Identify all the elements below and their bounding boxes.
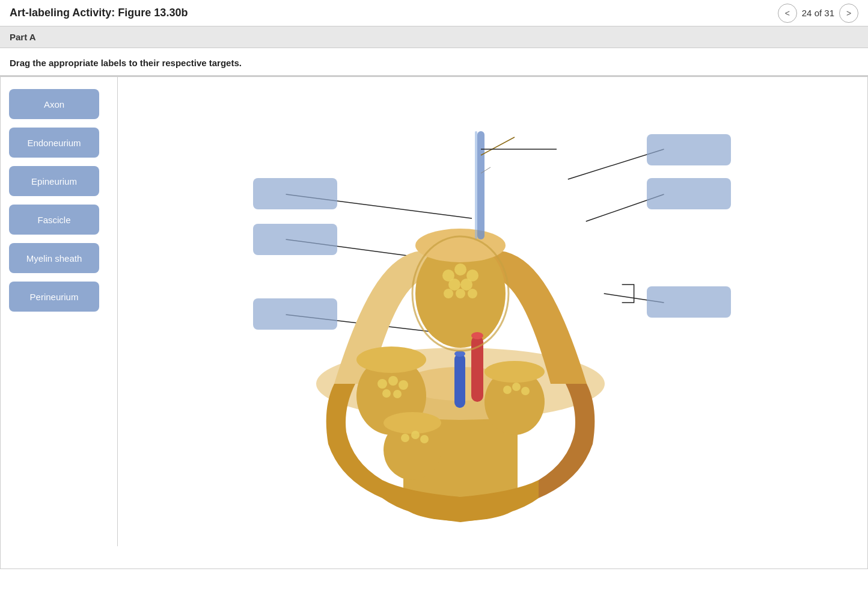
label-perineurium[interactable]: Perineurium (9, 282, 99, 312)
svg-rect-42 (475, 131, 477, 239)
drop-target-4[interactable] (253, 224, 337, 255)
svg-point-38 (471, 332, 483, 339)
svg-point-40 (454, 351, 465, 357)
svg-rect-41 (477, 131, 484, 239)
labels-sidebar: Axon Endoneurium Epineurium Fascicle Mye… (1, 77, 118, 546)
svg-point-21 (356, 347, 426, 373)
svg-point-35 (512, 383, 521, 391)
svg-point-31 (420, 435, 429, 443)
svg-point-13 (454, 263, 466, 276)
chevron-left-icon: < (785, 8, 790, 18)
svg-point-22 (377, 379, 387, 389)
label-axon[interactable]: Axon (9, 89, 99, 119)
drop-target-3[interactable] (253, 178, 337, 209)
svg-point-19 (468, 289, 477, 298)
svg-point-34 (503, 386, 512, 394)
svg-point-26 (393, 390, 402, 398)
drop-target-6[interactable] (647, 286, 731, 318)
next-button[interactable]: > (839, 4, 858, 23)
drop-target-1[interactable] (647, 134, 731, 165)
navigation: < 24 of 31 > (778, 4, 858, 23)
svg-point-30 (411, 431, 420, 439)
activity-area: R Axon Endoneurium Epineurium Fascicle M… (0, 76, 868, 569)
instructions-text: Drag the appropriate labels to their res… (10, 58, 242, 68)
drop-target-5[interactable] (253, 298, 337, 330)
label-epineurium[interactable]: Epineurium (9, 166, 99, 196)
header: Art-labeling Activity: Figure 13.30b < 2… (0, 0, 868, 26)
svg-point-23 (388, 376, 398, 386)
chevron-right-icon: > (846, 8, 851, 18)
svg-point-24 (399, 380, 408, 390)
svg-point-15 (448, 279, 460, 291)
part-a-label: Part A (10, 32, 36, 42)
page-title: Art-labeling Activity: Figure 13.30b (10, 7, 188, 19)
part-a-bar: Part A (0, 26, 868, 48)
svg-point-17 (444, 289, 453, 298)
instructions: Drag the appropriate labels to their res… (0, 48, 868, 76)
svg-line-43 (481, 137, 515, 155)
label-endoneurium[interactable]: Endoneurium (9, 128, 99, 158)
nav-count: 24 of 31 (802, 8, 834, 18)
svg-point-18 (456, 289, 465, 298)
inner-layout: Axon Endoneurium Epineurium Fascicle Mye… (1, 76, 867, 546)
label-fascicle[interactable]: Fascicle (9, 205, 99, 235)
label-myelin-sheath[interactable]: Myelin sheath (9, 243, 99, 273)
svg-point-29 (401, 434, 409, 442)
svg-point-25 (382, 389, 391, 398)
prev-button[interactable]: < (778, 4, 797, 23)
diagram-area (118, 77, 867, 546)
svg-point-11 (415, 229, 506, 262)
svg-point-16 (460, 279, 472, 291)
svg-point-36 (521, 387, 530, 395)
svg-point-28 (384, 412, 441, 434)
svg-rect-39 (454, 354, 465, 408)
drop-target-2[interactable] (647, 178, 731, 209)
svg-point-33 (484, 361, 545, 383)
